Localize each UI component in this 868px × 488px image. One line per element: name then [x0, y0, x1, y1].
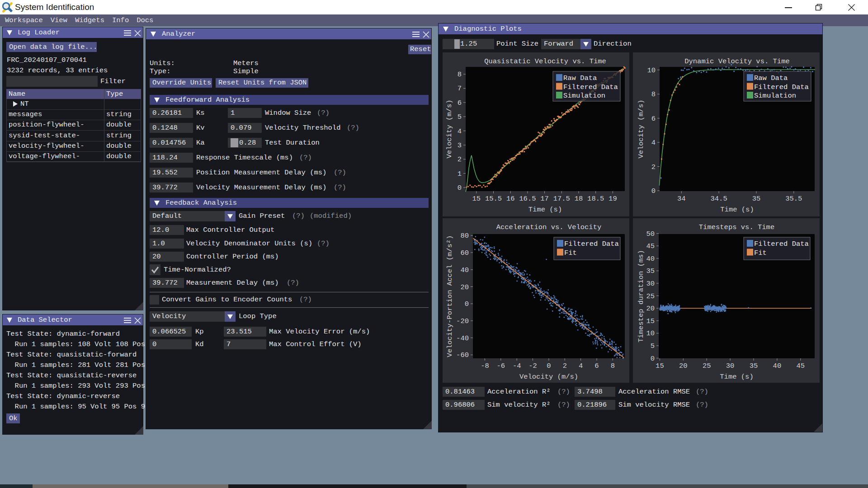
- svg-text:-6: -6: [496, 362, 505, 370]
- svg-text:15: 15: [656, 362, 664, 370]
- svg-text:80: 80: [460, 232, 469, 240]
- svg-text:2: 2: [458, 155, 462, 164]
- svg-text:6: 6: [651, 115, 656, 123]
- svg-text:50: 50: [646, 230, 655, 238]
- svg-text:-8: -8: [481, 362, 489, 370]
- svg-text:Raw Data: Raw Data: [563, 74, 597, 82]
- svg-text:18.5: 18.5: [587, 195, 604, 203]
- svg-text:35.5: 35.5: [785, 195, 802, 203]
- svg-text:0: 0: [651, 187, 656, 195]
- svg-text:2: 2: [651, 163, 656, 171]
- svg-text:Timestep duration (ms): Timestep duration (ms): [637, 250, 645, 343]
- svg-text:25: 25: [646, 292, 655, 300]
- svg-text:15: 15: [646, 317, 655, 325]
- svg-text:6: 6: [458, 99, 462, 107]
- svg-text:25: 25: [703, 362, 711, 370]
- svg-text:35: 35: [646, 267, 655, 275]
- svg-text:34.5: 34.5: [710, 195, 727, 203]
- svg-text:19: 19: [609, 195, 617, 203]
- svg-text:17: 17: [540, 195, 549, 203]
- svg-text:30: 30: [726, 362, 735, 370]
- svg-text:40: 40: [646, 255, 655, 263]
- svg-text:Filtered Data: Filtered Data: [754, 240, 809, 248]
- svg-text:4: 4: [579, 362, 583, 370]
- svg-text:0: 0: [651, 355, 655, 363]
- svg-text:45: 45: [646, 242, 655, 250]
- svg-text:17.5: 17.5: [553, 195, 570, 203]
- svg-text:Fit: Fit: [754, 249, 767, 257]
- svg-text:0: 0: [458, 184, 462, 192]
- svg-text:-2: -2: [528, 362, 537, 370]
- svg-text:35: 35: [750, 362, 758, 370]
- svg-text:Dynamic Velocity vs. Time: Dynamic Velocity vs. Time: [684, 57, 790, 66]
- svg-text:7: 7: [458, 84, 462, 93]
- svg-text:Filtered Data: Filtered Data: [564, 240, 619, 248]
- svg-text:Time (s): Time (s): [720, 206, 754, 214]
- svg-text:Acceleration vs. Velocity: Acceleration vs. Velocity: [496, 223, 602, 231]
- svg-text:30: 30: [646, 280, 655, 288]
- svg-text:Fit: Fit: [564, 249, 577, 257]
- svg-text:40: 40: [460, 266, 469, 274]
- svg-text:5: 5: [651, 342, 655, 350]
- svg-text:20: 20: [679, 362, 688, 370]
- svg-text:Filtered Data: Filtered Data: [754, 83, 809, 91]
- svg-text:8: 8: [611, 362, 615, 370]
- svg-text:Time (s): Time (s): [720, 373, 753, 381]
- svg-text:Velocity-Portion Accel (m/s²): Velocity-Portion Accel (m/s²): [446, 235, 454, 357]
- svg-text:6: 6: [594, 362, 599, 370]
- svg-text:35: 35: [752, 195, 761, 203]
- svg-text:2: 2: [563, 362, 567, 370]
- svg-text:10: 10: [647, 66, 656, 75]
- svg-text:18: 18: [575, 195, 583, 203]
- svg-text:0: 0: [547, 362, 551, 370]
- svg-text:20: 20: [460, 283, 469, 291]
- svg-text:60: 60: [460, 249, 469, 257]
- svg-text:16: 16: [506, 195, 515, 203]
- svg-text:Timesteps vs. Time: Timesteps vs. Time: [699, 223, 774, 231]
- svg-text:15.5: 15.5: [485, 195, 502, 203]
- svg-text:45: 45: [796, 362, 805, 370]
- svg-text:0: 0: [465, 300, 469, 308]
- svg-text:Simulation: Simulation: [563, 92, 605, 100]
- svg-text:Time (s): Time (s): [528, 206, 562, 214]
- svg-text:Quasistatic Velocity vs. Time: Quasistatic Velocity vs. Time: [484, 57, 606, 66]
- svg-text:15: 15: [472, 195, 481, 203]
- svg-text:Raw Data: Raw Data: [754, 74, 788, 82]
- svg-text:4: 4: [651, 139, 656, 147]
- svg-text:20: 20: [646, 305, 655, 313]
- svg-text:-40: -40: [456, 334, 469, 343]
- svg-text:-60: -60: [456, 351, 469, 359]
- svg-text:16.5: 16.5: [519, 195, 536, 203]
- svg-text:Velocity (m/s): Velocity (m/s): [637, 99, 645, 158]
- svg-text:1: 1: [458, 170, 462, 178]
- svg-text:5: 5: [458, 113, 462, 121]
- svg-text:40: 40: [773, 362, 782, 370]
- svg-text:Velocity (m/s): Velocity (m/s): [445, 99, 453, 158]
- svg-text:Simulation: Simulation: [754, 92, 796, 100]
- svg-text:8: 8: [651, 90, 656, 99]
- svg-text:4: 4: [458, 127, 462, 136]
- svg-text:Velocity (m/s): Velocity (m/s): [519, 373, 578, 381]
- svg-text:34: 34: [677, 195, 686, 203]
- svg-text:10: 10: [646, 329, 655, 338]
- svg-text:-4: -4: [513, 362, 521, 370]
- svg-text:-20: -20: [456, 317, 469, 325]
- svg-text:Filtered Data: Filtered Data: [563, 83, 618, 91]
- svg-text:3: 3: [458, 141, 462, 150]
- svg-text:8: 8: [458, 70, 462, 79]
